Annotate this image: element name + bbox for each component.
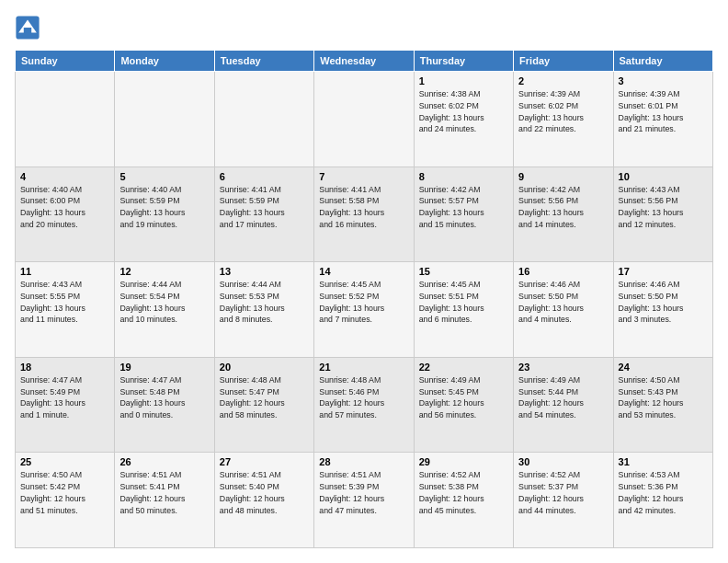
day-info: Sunrise: 4:49 AM Sunset: 5:44 PM Dayligh… — [518, 374, 608, 421]
day-number: 30 — [518, 456, 608, 467]
day-number: 13 — [220, 266, 309, 277]
day-cell: 18Sunrise: 4:47 AM Sunset: 5:49 PM Dayli… — [16, 357, 115, 453]
day-cell: 30Sunrise: 4:52 AM Sunset: 5:37 PM Dayli… — [514, 453, 613, 548]
day-cell — [314, 72, 414, 167]
day-info: Sunrise: 4:46 AM Sunset: 5:50 PM Dayligh… — [619, 279, 708, 326]
day-info: Sunrise: 4:41 AM Sunset: 5:59 PM Dayligh… — [220, 184, 309, 231]
day-cell: 1Sunrise: 4:38 AM Sunset: 6:02 PM Daylig… — [414, 72, 513, 167]
day-info: Sunrise: 4:45 AM Sunset: 5:51 PM Dayligh… — [419, 279, 508, 326]
day-cell: 5Sunrise: 4:40 AM Sunset: 5:59 PM Daylig… — [115, 167, 214, 262]
day-cell: 12Sunrise: 4:44 AM Sunset: 5:54 PM Dayli… — [115, 262, 214, 358]
day-number: 27 — [220, 456, 309, 467]
day-number: 21 — [319, 362, 408, 373]
day-info: Sunrise: 4:39 AM Sunset: 6:02 PM Dayligh… — [518, 88, 608, 135]
day-cell: 20Sunrise: 4:48 AM Sunset: 5:47 PM Dayli… — [214, 357, 313, 453]
day-number: 6 — [220, 171, 309, 182]
day-number: 3 — [619, 75, 708, 86]
day-number: 1 — [419, 75, 508, 86]
week-row-4: 18Sunrise: 4:47 AM Sunset: 5:49 PM Dayli… — [16, 357, 713, 453]
day-cell: 28Sunrise: 4:51 AM Sunset: 5:39 PM Dayli… — [314, 453, 414, 548]
day-number: 8 — [419, 171, 508, 182]
day-info: Sunrise: 4:50 AM Sunset: 5:42 PM Dayligh… — [20, 469, 109, 516]
day-number: 20 — [220, 362, 309, 373]
day-number: 2 — [518, 75, 608, 86]
day-info: Sunrise: 4:44 AM Sunset: 5:54 PM Dayligh… — [119, 279, 209, 326]
day-cell: 29Sunrise: 4:52 AM Sunset: 5:38 PM Dayli… — [414, 453, 513, 548]
day-info: Sunrise: 4:52 AM Sunset: 5:37 PM Dayligh… — [518, 469, 608, 516]
day-info: Sunrise: 4:39 AM Sunset: 6:01 PM Dayligh… — [619, 88, 708, 135]
day-info: Sunrise: 4:43 AM Sunset: 5:56 PM Dayligh… — [619, 184, 708, 231]
day-info: Sunrise: 4:45 AM Sunset: 5:52 PM Dayligh… — [319, 279, 408, 326]
day-cell: 11Sunrise: 4:43 AM Sunset: 5:55 PM Dayli… — [16, 262, 115, 358]
day-cell — [214, 72, 313, 167]
day-cell — [16, 72, 115, 167]
day-number: 25 — [20, 456, 109, 467]
day-info: Sunrise: 4:48 AM Sunset: 5:47 PM Dayligh… — [220, 374, 309, 421]
weekday-monday: Monday — [115, 51, 214, 72]
day-number: 9 — [518, 171, 608, 182]
day-number: 14 — [319, 266, 408, 277]
day-cell: 27Sunrise: 4:51 AM Sunset: 5:40 PM Dayli… — [214, 453, 313, 548]
day-cell: 7Sunrise: 4:41 AM Sunset: 5:58 PM Daylig… — [314, 167, 414, 262]
week-row-1: 1Sunrise: 4:38 AM Sunset: 6:02 PM Daylig… — [16, 72, 713, 167]
day-cell: 16Sunrise: 4:46 AM Sunset: 5:50 PM Dayli… — [514, 262, 613, 358]
day-number: 10 — [619, 171, 708, 182]
day-cell: 15Sunrise: 4:45 AM Sunset: 5:51 PM Dayli… — [414, 262, 513, 358]
day-cell: 26Sunrise: 4:51 AM Sunset: 5:41 PM Dayli… — [115, 453, 214, 548]
day-number: 16 — [518, 266, 608, 277]
day-number: 7 — [319, 171, 408, 182]
day-number: 18 — [20, 362, 109, 373]
svg-rect-2 — [24, 28, 31, 34]
calendar-body: 1Sunrise: 4:38 AM Sunset: 6:02 PM Daylig… — [16, 72, 713, 548]
day-cell: 6Sunrise: 4:41 AM Sunset: 5:59 PM Daylig… — [214, 167, 313, 262]
day-info: Sunrise: 4:48 AM Sunset: 5:46 PM Dayligh… — [319, 374, 408, 421]
day-number: 22 — [419, 362, 508, 373]
day-number: 15 — [419, 266, 508, 277]
day-info: Sunrise: 4:38 AM Sunset: 6:02 PM Dayligh… — [419, 88, 508, 135]
day-info: Sunrise: 4:51 AM Sunset: 5:39 PM Dayligh… — [319, 469, 408, 516]
day-info: Sunrise: 4:47 AM Sunset: 5:49 PM Dayligh… — [20, 374, 109, 421]
logo-icon — [15, 15, 40, 40]
weekday-saturday: Saturday — [613, 51, 712, 72]
week-row-3: 11Sunrise: 4:43 AM Sunset: 5:55 PM Dayli… — [16, 262, 713, 358]
day-number: 28 — [319, 456, 408, 467]
day-cell: 24Sunrise: 4:50 AM Sunset: 5:43 PM Dayli… — [613, 357, 712, 453]
day-info: Sunrise: 4:49 AM Sunset: 5:45 PM Dayligh… — [419, 374, 508, 421]
day-info: Sunrise: 4:44 AM Sunset: 5:53 PM Dayligh… — [220, 279, 309, 326]
day-info: Sunrise: 4:46 AM Sunset: 5:50 PM Dayligh… — [518, 279, 608, 326]
day-info: Sunrise: 4:41 AM Sunset: 5:58 PM Dayligh… — [319, 184, 408, 231]
day-cell: 10Sunrise: 4:43 AM Sunset: 5:56 PM Dayli… — [613, 167, 712, 262]
day-cell: 4Sunrise: 4:40 AM Sunset: 6:00 PM Daylig… — [16, 167, 115, 262]
day-number: 19 — [119, 362, 209, 373]
day-cell: 25Sunrise: 4:50 AM Sunset: 5:42 PM Dayli… — [16, 453, 115, 548]
weekday-wednesday: Wednesday — [314, 51, 414, 72]
day-number: 24 — [619, 362, 708, 373]
day-number: 5 — [119, 171, 209, 182]
header — [15, 15, 713, 40]
day-number: 26 — [119, 456, 209, 467]
day-number: 12 — [119, 266, 209, 277]
day-cell: 3Sunrise: 4:39 AM Sunset: 6:01 PM Daylig… — [613, 72, 712, 167]
day-info: Sunrise: 4:42 AM Sunset: 5:57 PM Dayligh… — [419, 184, 508, 231]
day-cell: 31Sunrise: 4:53 AM Sunset: 5:36 PM Dayli… — [613, 453, 712, 548]
day-info: Sunrise: 4:51 AM Sunset: 5:40 PM Dayligh… — [220, 469, 309, 516]
day-info: Sunrise: 4:43 AM Sunset: 5:55 PM Dayligh… — [20, 279, 109, 326]
day-number: 4 — [20, 171, 109, 182]
day-info: Sunrise: 4:52 AM Sunset: 5:38 PM Dayligh… — [419, 469, 508, 516]
day-info: Sunrise: 4:50 AM Sunset: 5:43 PM Dayligh… — [619, 374, 708, 421]
day-cell: 21Sunrise: 4:48 AM Sunset: 5:46 PM Dayli… — [314, 357, 414, 453]
weekday-friday: Friday — [514, 51, 613, 72]
day-number: 29 — [419, 456, 508, 467]
day-cell: 8Sunrise: 4:42 AM Sunset: 5:57 PM Daylig… — [414, 167, 513, 262]
weekday-sunday: Sunday — [16, 51, 115, 72]
weekday-row: SundayMondayTuesdayWednesdayThursdayFrid… — [16, 51, 713, 72]
logo — [15, 15, 44, 40]
weekday-thursday: Thursday — [414, 51, 513, 72]
day-cell: 2Sunrise: 4:39 AM Sunset: 6:02 PM Daylig… — [514, 72, 613, 167]
week-row-5: 25Sunrise: 4:50 AM Sunset: 5:42 PM Dayli… — [16, 453, 713, 548]
day-cell: 19Sunrise: 4:47 AM Sunset: 5:48 PM Dayli… — [115, 357, 214, 453]
day-number: 23 — [518, 362, 608, 373]
day-cell: 22Sunrise: 4:49 AM Sunset: 5:45 PM Dayli… — [414, 357, 513, 453]
day-info: Sunrise: 4:40 AM Sunset: 5:59 PM Dayligh… — [119, 184, 209, 231]
day-info: Sunrise: 4:51 AM Sunset: 5:41 PM Dayligh… — [119, 469, 209, 516]
